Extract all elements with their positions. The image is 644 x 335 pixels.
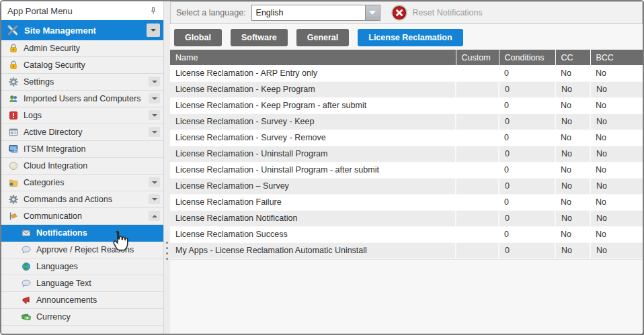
gear-icon (8, 194, 19, 205)
conditions-cell: 0 (499, 113, 555, 130)
cc-cell: No (555, 194, 590, 210)
language-toolbar: Select a language: English Reset Notific… (170, 1, 643, 24)
reset-notifications-button[interactable] (391, 5, 407, 21)
sidebar-title-bar: App Portal Menu (1, 1, 163, 20)
name-cell: License Reclamation Success (170, 226, 456, 242)
chevron-down-button[interactable] (149, 77, 160, 87)
name-cell: License Reclamation – Survey (170, 178, 456, 194)
sidebar-item-label: Communication (24, 211, 82, 221)
table-row[interactable]: License Reclamation Notification0NoNo (170, 210, 643, 226)
chevron-down-button[interactable] (149, 177, 160, 187)
splitter-grip-icon (166, 242, 168, 260)
chevron-down-button[interactable] (149, 93, 160, 103)
pin-icon[interactable] (149, 5, 158, 16)
table-row[interactable]: License Reclamation - Keep Program0NoNo (170, 81, 643, 97)
sidebar-item-commands-actions[interactable]: Commands and Actions (1, 191, 163, 208)
conditions-cell: 0 (499, 162, 555, 178)
sidebar-item-approve-reject-reasons[interactable]: Approve / Reject Reasons (1, 242, 163, 258)
sidebar-item-label: Currency (36, 312, 71, 322)
table-row[interactable]: License Reclamation - Survey - Remove0No… (170, 130, 643, 146)
column-header-conditions[interactable]: Conditions (499, 50, 555, 65)
table-row[interactable]: License Reclamation - Uninstall Program0… (170, 146, 643, 162)
custom-cell (456, 97, 499, 113)
sidebar-item-admin-security[interactable]: Admin Security (1, 40, 163, 57)
empty-content-area (170, 259, 643, 334)
lock-icon (8, 43, 19, 54)
sidebar-item-communication[interactable]: Communication (1, 208, 163, 225)
sidebar-item-label: Approve / Reject Reasons (36, 245, 134, 254)
column-header-name[interactable]: Name (170, 50, 456, 65)
table-row[interactable]: License Reclamation – Survey0NoNo (170, 178, 643, 194)
sidebar-item-catalog-security[interactable]: Catalog Security (1, 57, 163, 74)
bcc-cell: No (590, 113, 643, 130)
cc-cell: No (555, 162, 590, 178)
sidebar-item-settings[interactable]: Settings (1, 74, 163, 91)
chevron-down-button[interactable] (149, 194, 160, 204)
column-header-custom[interactable]: Custom (456, 50, 499, 65)
table-row[interactable]: License Reclamation - ARP Entry only0NoN… (170, 65, 643, 81)
custom-cell (456, 178, 499, 194)
cc-cell: No (555, 178, 590, 194)
sidebar-item-logs[interactable]: Logs (1, 107, 163, 124)
sidebar-item-active-directory[interactable]: Active Directory (1, 124, 163, 141)
custom-cell (456, 65, 499, 81)
sidebar-item-currency[interactable]: Currency (1, 309, 163, 326)
tab-software[interactable]: Software (231, 29, 288, 46)
bcc-cell: No (590, 81, 643, 97)
cc-cell: No (555, 97, 590, 113)
bcc-cell: No (590, 162, 643, 178)
sidebar-item-label: Commands and Actions (24, 195, 112, 204)
sidebar-item-label: Settings (24, 77, 54, 87)
panel-splitter[interactable] (163, 1, 170, 334)
sidebar-item-language-text[interactable]: Language Text (1, 275, 163, 292)
sidebar-item-languages[interactable]: Languages (1, 258, 163, 275)
conditions-cell: 0 (499, 65, 555, 81)
language-select[interactable]: English (251, 5, 380, 21)
sidebar-item-categories[interactable]: Categories (1, 175, 163, 191)
tab-general[interactable]: General (296, 29, 350, 46)
table-row[interactable]: License Reclamation Failure0NoNo (170, 194, 643, 210)
sidebar-group-site-management[interactable]: Site Management (1, 20, 163, 40)
cc-cell: No (555, 130, 590, 146)
language-label: Select a language: (176, 8, 246, 17)
sidebar-item-notifications[interactable]: Notifications (1, 225, 163, 242)
tab-license-reclamation[interactable]: License Reclamation (358, 29, 462, 46)
notification-tabs: Global Software General License Reclamat… (174, 29, 643, 46)
table-row[interactable]: License Reclamation - Uninstall Program … (170, 162, 643, 178)
custom-cell (456, 242, 499, 258)
envelope-icon (21, 228, 32, 238)
sidebar-item-label: Active Directory (24, 128, 83, 137)
monitor-gear-icon (8, 144, 19, 154)
name-cell: License Reclamation Failure (170, 194, 456, 210)
table-row[interactable]: License Reclamation - Keep Program - aft… (170, 97, 643, 113)
chevron-up-button[interactable] (149, 211, 160, 221)
name-cell: License Reclamation - Survey - Remove (170, 130, 456, 146)
name-cell: License Reclamation - Keep Program - aft… (170, 97, 456, 113)
sidebar-item-itsm-integration[interactable]: ITSM Integration (1, 141, 163, 158)
sidebar-item-label: Logs (24, 111, 42, 120)
speech-bubble-icon (21, 244, 32, 255)
column-header-bcc[interactable]: BCC (590, 50, 643, 65)
bcc-cell: No (590, 210, 643, 226)
group-label: Site Management (24, 26, 96, 36)
table-header-row: Name Custom Conditions CC BCC (170, 50, 643, 65)
table-row[interactable]: License Reclamation - Survey - Keep0NoNo (170, 113, 643, 130)
sidebar-item-imported-users[interactable]: Imported Users and Computers (1, 91, 163, 107)
name-cell: License Reclamation - Uninstall Program … (170, 162, 456, 178)
sidebar-item-announcements[interactable]: Announcements (1, 292, 163, 309)
cc-cell: No (555, 226, 590, 242)
conditions-cell: 0 (499, 146, 555, 162)
chevron-down-button[interactable] (147, 23, 160, 37)
reset-notifications-label: Reset Notifications (413, 8, 483, 17)
conditions-cell: 0 (499, 210, 555, 226)
chevron-down-button[interactable] (149, 110, 160, 120)
tab-global[interactable]: Global (174, 29, 222, 46)
conditions-cell: 0 (499, 194, 555, 210)
chevron-down-button[interactable] (149, 127, 160, 137)
chevron-down-icon[interactable] (365, 5, 380, 20)
table-row[interactable]: License Reclamation Success0NoNo (170, 226, 643, 242)
table-row[interactable]: My Apps - License Reclamation Automatic … (170, 242, 643, 258)
column-header-cc[interactable]: CC (555, 50, 590, 65)
sidebar-item-cloud-integration[interactable]: Cloud Integration (1, 158, 163, 175)
bcc-cell: No (590, 194, 643, 210)
